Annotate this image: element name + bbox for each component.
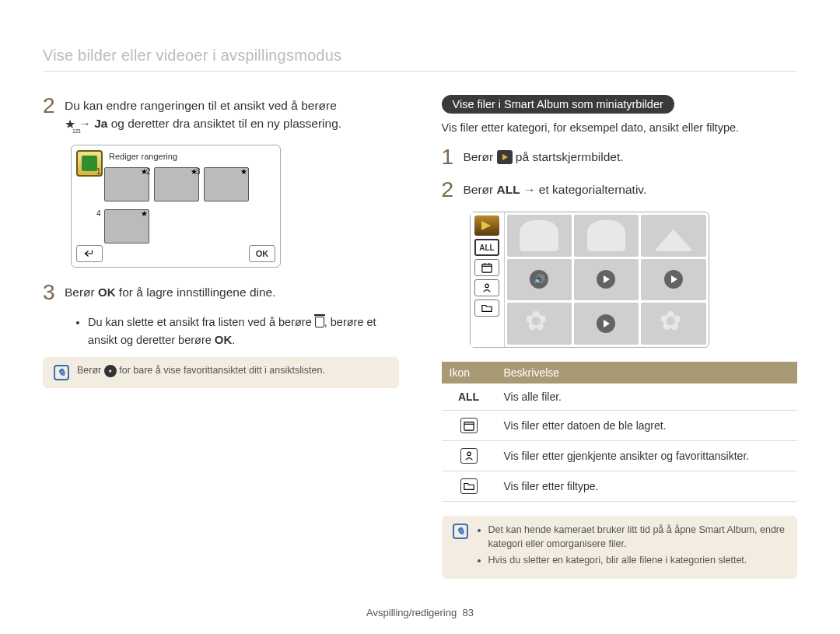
page-title: Vise bilder eller videoer i avspillingsm… — [43, 47, 797, 65]
star-icon: ★ — [141, 209, 148, 218]
sidebar-folder-button[interactable] — [474, 299, 499, 317]
play-icon — [597, 270, 615, 289]
table-desc: Vis alle filer. — [496, 384, 798, 411]
ok-inline-icon: OK — [98, 285, 116, 299]
thumbnail-video[interactable] — [641, 259, 705, 301]
bullet-item: Du kan slette et ansikt fra listen ved å… — [88, 314, 399, 349]
face-num-2: 2 — [146, 167, 151, 176]
svg-point-4 — [485, 284, 488, 287]
table-desc: Vis filer etter gjenkjente ansikter og f… — [496, 441, 798, 471]
right-column: Vise filer i Smart Album som miniatyrbil… — [442, 95, 798, 579]
face-num-1: 1 — [96, 167, 101, 176]
step-1-right: 1 Berør på startskjermbildet. — [442, 146, 798, 168]
thumbnail-video[interactable] — [574, 303, 639, 345]
thumbnail-audio[interactable]: 🔊 — [507, 259, 572, 301]
calendar-icon — [460, 418, 478, 433]
note-text: Berør ★ for bare å vise favorittansiktet… — [77, 365, 325, 377]
bullet-text-a: Du kan slette et ansikt fra listen ved å… — [88, 316, 315, 328]
edit-ranking-panel: Rediger rangering 1★ 2★ 3★ 4★ OK — [71, 145, 281, 268]
step2-line1: Du kan endre rangeringen til et ansikt v… — [65, 99, 337, 112]
face-num-3: 3 — [196, 167, 201, 176]
step3-a: Berør — [65, 285, 98, 299]
svg-point-7 — [467, 452, 470, 455]
note-box-right: ✎ Det kan hende kameraet bruker litt tid… — [442, 516, 798, 579]
trash-icon — [315, 317, 324, 328]
step1-a: Berør — [464, 150, 497, 163]
play-icon — [664, 270, 683, 289]
step2-b: → et kategorialternativ. — [520, 183, 647, 196]
table-header-icon: Ikon — [442, 362, 496, 384]
album-tab-icon[interactable] — [474, 215, 499, 236]
sidebar-calendar-button[interactable] — [474, 259, 499, 276]
page-footer: Avspilling/redigering 83 — [0, 607, 840, 618]
step3-b: for å lagre innstillingene dine. — [116, 285, 276, 299]
note-box: ✎ Berør ★ for bare å vise favorittansikt… — [43, 357, 399, 388]
face-num-4: 4 — [96, 209, 101, 218]
note-icon: ✎ — [54, 365, 69, 380]
thumbnail-sidebar: ALL — [471, 212, 505, 347]
table-row: Vis filer etter datoen de ble lagret. — [442, 411, 798, 441]
table-desc: Vis filer etter filtype. — [496, 471, 798, 502]
note-list: Det kan hende kameraet bruker litt tid p… — [488, 524, 787, 571]
person-icon — [460, 448, 478, 464]
header-rule — [43, 71, 797, 72]
all-icon-text: ALL — [458, 391, 479, 403]
arrow-text: → — [79, 117, 94, 130]
note-item: Det kan hende kameraet bruker litt tid p… — [488, 524, 787, 551]
calendar-icon — [481, 262, 492, 273]
svg-rect-5 — [464, 422, 473, 431]
sidebar-person-button[interactable] — [474, 279, 499, 296]
ok-inline-icon: OK — [215, 333, 233, 346]
step-3: 3 Berør OK for å lagre innstillingene di… — [43, 282, 399, 303]
thumbnail-panel: ALL 🔊 — [470, 212, 709, 348]
table-desc: Vis filer etter datoen de ble lagret. — [496, 411, 798, 441]
thumbnail-grid: 🔊 — [505, 212, 709, 347]
step3-bullets: Du kan slette et ansikt fra listen ved å… — [74, 314, 399, 349]
ok-button[interactable]: OK — [249, 245, 275, 262]
flower-silhouette — [663, 313, 684, 335]
star-icon: ★ — [240, 167, 247, 176]
step-2-right: 2 Berør ALL → et kategorialternativ. — [442, 179, 798, 201]
thumbnail[interactable] — [507, 215, 572, 257]
footer-section: Avspilling/redigering — [366, 607, 457, 618]
all-text: ALL — [497, 183, 520, 196]
thumbnail-video[interactable] — [574, 259, 639, 301]
footer-page: 83 — [462, 607, 473, 618]
table-row: ALL Vis alle filer. — [442, 384, 798, 411]
folder-icon — [481, 303, 492, 313]
play-icon — [597, 314, 615, 333]
note-a: Berør — [77, 365, 104, 376]
thumbnail[interactable] — [641, 303, 705, 345]
note-icon: ✎ — [453, 524, 468, 539]
section-subtitle: Vis filer etter kategori, for eksempel d… — [442, 121, 798, 134]
sidebar-all-button[interactable]: ALL — [474, 239, 499, 256]
step2-line2b: og deretter dra ansiktet til en ny plass… — [107, 117, 341, 130]
thumbnail[interactable] — [507, 303, 572, 345]
left-column: 2 Du kan endre rangeringen til et ansikt… — [43, 95, 399, 579]
step-number: 3 — [43, 282, 65, 303]
back-arrow-icon — [84, 249, 95, 258]
thumbnail[interactable] — [574, 215, 639, 257]
folder-icon — [460, 478, 478, 494]
section-heading: Vise filer i Smart Album som miniatyrbil… — [442, 95, 674, 114]
star-off-icon: ★ — [104, 365, 117, 377]
table-header-desc: Beskrivelse — [496, 362, 798, 384]
flower-silhouette — [528, 313, 550, 335]
bullet-text-c: . — [232, 334, 235, 346]
ja-text: Ja — [94, 117, 107, 130]
playback-icon — [497, 150, 513, 164]
back-button[interactable] — [76, 245, 103, 262]
step-number: 2 — [43, 95, 65, 134]
note-item: Hvis du sletter en kategori, blir alle f… — [488, 554, 787, 568]
step1-b: på startskjermbildet. — [513, 150, 624, 163]
step-2: 2 Du kan endre rangeringen til et ansikt… — [43, 95, 399, 134]
step-number: 2 — [442, 179, 464, 201]
svg-rect-0 — [482, 264, 492, 273]
table-row: Vis filer etter filtype. — [442, 471, 798, 502]
star-123-icon: ★ — [65, 115, 75, 134]
thumbnail[interactable] — [641, 215, 705, 257]
icon-description-table: Ikon Beskrivelse ALL Vis alle filer. Vis… — [442, 362, 798, 502]
editor-title: Rediger rangering — [109, 152, 177, 161]
note-b: for bare å vise favorittansiktet ditt i … — [117, 365, 325, 376]
person-icon — [481, 282, 492, 293]
